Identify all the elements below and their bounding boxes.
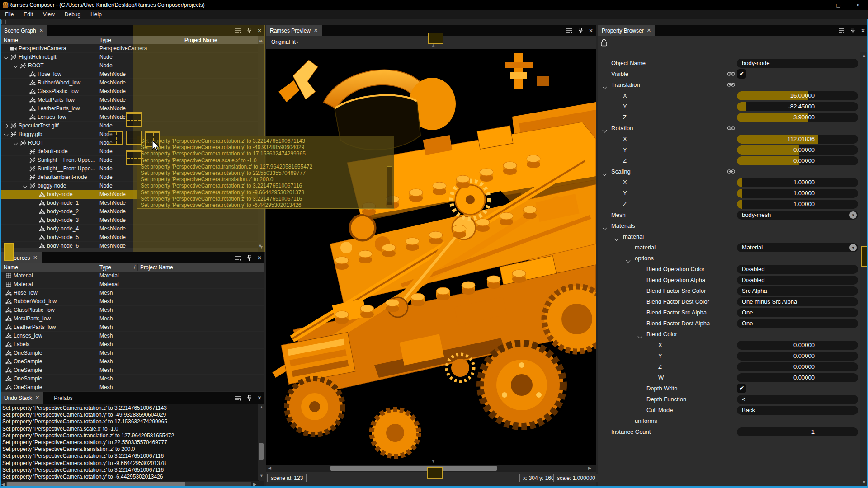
property-value-field[interactable]: Disabled bbox=[737, 265, 858, 274]
expander-icon[interactable] bbox=[603, 225, 606, 231]
pin-icon[interactable] bbox=[247, 395, 252, 401]
panel-menu-icon[interactable] bbox=[838, 28, 845, 33]
close-panel-icon[interactable]: ✕ bbox=[257, 255, 262, 261]
property-value-field[interactable]: 0.00000 bbox=[737, 352, 858, 361]
resource-row-LeatherParts_low[interactable]: LeatherParts_low Mesh bbox=[0, 323, 264, 332]
scroll-up-icon[interactable]: ▲ bbox=[431, 42, 436, 48]
chevron-down-icon[interactable]: ▼ bbox=[849, 211, 857, 219]
pin-icon[interactable] bbox=[578, 28, 583, 33]
close-tab-icon[interactable]: ✕ bbox=[33, 255, 37, 261]
property-dropdown[interactable]: body-mesh▼ bbox=[737, 211, 858, 220]
checkbox[interactable]: ✔ bbox=[737, 384, 746, 393]
property-text-field[interactable]: body-node bbox=[737, 59, 858, 68]
property-value-field[interactable]: 0.00000 bbox=[737, 362, 858, 371]
pin-icon[interactable] bbox=[247, 255, 252, 261]
resource-row-OneSample[interactable]: OneSample Mesh bbox=[0, 357, 264, 366]
pin-icon[interactable] bbox=[850, 28, 855, 33]
menu-view[interactable]: View bbox=[38, 10, 60, 19]
panel-menu-icon[interactable] bbox=[235, 395, 241, 401]
close-tab-icon[interactable]: ✕ bbox=[39, 28, 43, 33]
resource-row-Hose_low[interactable]: Hose_low Mesh bbox=[0, 289, 264, 297]
property-value-field[interactable]: <= bbox=[737, 395, 858, 404]
expander-icon[interactable] bbox=[603, 127, 606, 133]
undo-log[interactable]: Set property 'PerspectiveCamera.rotation… bbox=[0, 404, 259, 481]
checkbox[interactable]: ✔ bbox=[737, 69, 746, 79]
close-tab-icon[interactable]: ✕ bbox=[314, 28, 318, 33]
expander-icon[interactable] bbox=[3, 53, 9, 61]
resource-row-OneSample[interactable]: OneSample Mesh bbox=[0, 375, 264, 383]
resource-row-RubberWood_low[interactable]: RubberWood_low Mesh bbox=[0, 297, 264, 306]
property-dropdown[interactable]: Material▼ bbox=[737, 243, 858, 252]
resource-row-Labels[interactable]: Labels Mesh bbox=[0, 340, 264, 349]
property-value-field[interactable]: Src Alpha bbox=[737, 286, 858, 296]
link-icon[interactable] bbox=[727, 82, 736, 89]
resource-row-OneSample[interactable]: OneSample Mesh bbox=[0, 366, 264, 375]
close-tab-icon[interactable]: ✕ bbox=[647, 28, 651, 33]
menu-debug[interactable]: Debug bbox=[60, 10, 85, 19]
lock-icon[interactable] bbox=[600, 38, 608, 48]
close-panel-icon[interactable]: ✕ bbox=[589, 28, 593, 34]
tab-property-browser[interactable]: Property Browser ✕ bbox=[598, 25, 655, 36]
scroll-down-icon[interactable]: ▼ bbox=[431, 458, 436, 464]
expander-icon[interactable] bbox=[12, 61, 19, 70]
column-type[interactable]: Type bbox=[99, 37, 111, 43]
menu-file[interactable]: File bbox=[0, 10, 19, 19]
property-slider[interactable]: 1.00000 bbox=[737, 200, 858, 209]
panel-menu-icon[interactable] bbox=[235, 255, 241, 261]
panel-menu-icon[interactable] bbox=[566, 28, 573, 33]
expander-icon[interactable] bbox=[627, 257, 630, 263]
property-value-field[interactable]: Disabled bbox=[737, 276, 858, 285]
link-icon[interactable] bbox=[727, 169, 736, 175]
property-value-field[interactable]: 0.00000 bbox=[737, 373, 858, 382]
close-panel-icon[interactable]: ✕ bbox=[861, 28, 865, 34]
resource-row-Material[interactable]: Material Material bbox=[0, 272, 264, 280]
menu-edit[interactable]: Edit bbox=[19, 10, 38, 19]
expander-icon[interactable] bbox=[603, 84, 606, 90]
zoom-mode-dropdown[interactable]: Original fit bbox=[271, 39, 296, 45]
property-slider[interactable]: 1.00000 bbox=[737, 189, 858, 198]
resource-row-GlassPlastic_low[interactable]: GlassPlastic_low Mesh bbox=[0, 306, 264, 314]
menu-help[interactable]: Help bbox=[85, 10, 107, 19]
close-panel-icon[interactable]: ✕ bbox=[257, 395, 262, 401]
preview-viewport[interactable] bbox=[266, 49, 596, 465]
tab-scene-graph[interactable]: Scene Graph ✕ bbox=[0, 25, 47, 36]
tab-prefabs[interactable]: Prefabs bbox=[50, 392, 76, 404]
resource-row-OneSample[interactable]: OneSample Mesh bbox=[0, 383, 264, 392]
expander-icon[interactable] bbox=[615, 235, 618, 242]
property-slider[interactable]: 3.90000 bbox=[737, 113, 858, 122]
preview-scroll-bottom-thumb[interactable] bbox=[427, 467, 443, 479]
property-vscrollbar[interactable]: ▲ ▼ bbox=[860, 52, 868, 486]
undo-vscrollbar[interactable]: ▲ ▼ bbox=[258, 404, 264, 480]
expander-icon[interactable] bbox=[3, 130, 9, 138]
property-slider[interactable]: 112.01836 bbox=[737, 135, 858, 144]
column-project-name[interactable]: Project Name bbox=[140, 264, 173, 271]
property-value-field[interactable]: One bbox=[737, 319, 858, 328]
close-button[interactable]: ✕ bbox=[848, 0, 868, 10]
property-slider[interactable]: 1.00000 bbox=[737, 178, 858, 187]
property-slider[interactable]: -82.45000 bbox=[737, 102, 858, 111]
toolbar-grip[interactable] bbox=[1, 20, 6, 24]
resource-row-Material[interactable]: Material Material bbox=[0, 280, 264, 289]
expander-icon[interactable] bbox=[12, 139, 19, 147]
column-name[interactable]: Name bbox=[4, 264, 18, 271]
minimize-button[interactable]: ─ bbox=[808, 0, 828, 10]
tab-ramses-preview[interactable]: Ramses Preview ✕ bbox=[266, 25, 322, 36]
expander-icon[interactable] bbox=[603, 170, 606, 177]
column-name[interactable]: Name bbox=[4, 37, 18, 43]
column-type[interactable]: Type bbox=[99, 264, 111, 271]
resource-row-MetalParts_low[interactable]: MetalParts_low Mesh bbox=[0, 314, 264, 323]
property-slider[interactable]: 0.00000 bbox=[737, 156, 858, 165]
chevron-down-icon[interactable]: ▼ bbox=[849, 244, 857, 251]
resource-row-OneSample[interactable]: OneSample Mesh bbox=[0, 349, 264, 357]
expander-icon[interactable] bbox=[3, 122, 9, 130]
property-value-field[interactable]: Back bbox=[737, 406, 858, 415]
link-icon[interactable] bbox=[727, 126, 736, 132]
property-value-field[interactable]: 0.00000 bbox=[737, 341, 858, 350]
resource-row-Lenses_low[interactable]: Lenses_low Mesh bbox=[0, 332, 264, 340]
property-slider[interactable]: 16.00000 bbox=[737, 91, 858, 100]
property-slider[interactable]: 0.00000 bbox=[737, 145, 858, 155]
property-value-field[interactable]: One bbox=[737, 308, 858, 317]
link-icon[interactable] bbox=[727, 71, 736, 78]
property-value-field[interactable]: 1 bbox=[737, 427, 858, 436]
expander-icon[interactable] bbox=[638, 333, 642, 339]
